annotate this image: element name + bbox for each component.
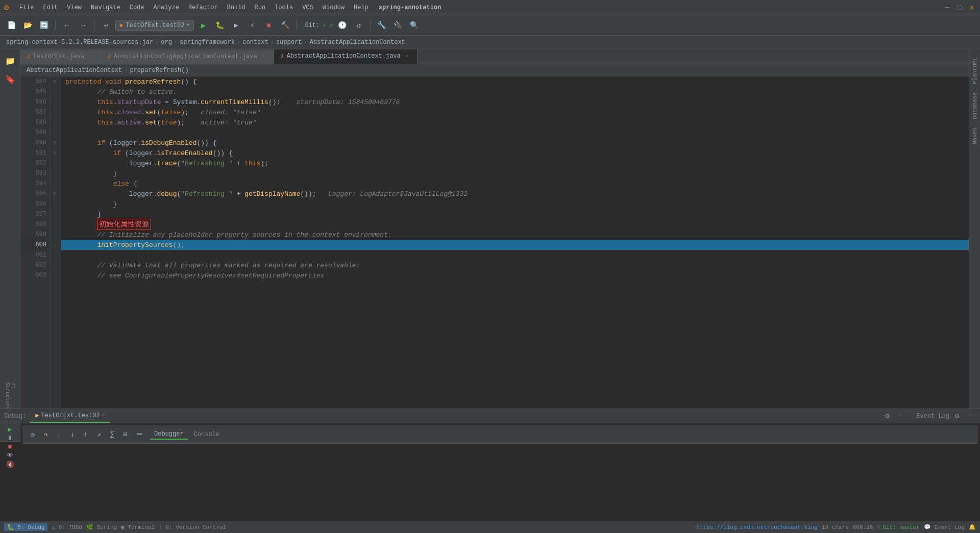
step-into-button[interactable]: ↓: [53, 428, 65, 441]
menu-edit[interactable]: Edit: [39, 3, 62, 12]
gutter-590: ▽: [51, 138, 58, 148]
menu-vcs[interactable]: VCS: [298, 3, 317, 12]
status-debug-btn[interactable]: 🐛 5: Debug: [4, 523, 47, 531]
right-tab-plantuml[interactable]: PlantUML: [970, 53, 979, 88]
status-chars[interactable]: 19 chars: [822, 524, 849, 530]
step-out-button[interactable]: ↑: [80, 428, 92, 441]
right-tab-database[interactable]: Database: [970, 88, 979, 123]
forward-button[interactable]: →: [76, 18, 90, 33]
code-593: }: [65, 170, 117, 177]
status-event-log-label: Event Log: [935, 524, 965, 530]
right-tab-maven[interactable]: Maven: [970, 123, 979, 148]
stop-debug-button[interactable]: ■: [4, 443, 16, 451]
status-spring-btn[interactable]: 🌿 Spring: [86, 524, 117, 530]
open-button[interactable]: 📂: [20, 18, 35, 33]
ln-597: 597: [20, 209, 51, 219]
status-notifications-btn[interactable]: 🔔: [969, 524, 976, 530]
show-execution-point-button[interactable]: ◎: [27, 428, 39, 441]
run-profile-button[interactable]: ⚡: [245, 18, 259, 33]
menu-help[interactable]: Help: [350, 3, 373, 12]
code-591-indent: [65, 149, 113, 157]
menu-analyze[interactable]: Analyze: [150, 3, 183, 12]
fn-trace: trace: [157, 160, 177, 167]
threads-button[interactable]: ⫘: [133, 428, 145, 441]
debug-settings-button[interactable]: ⚙: [881, 411, 893, 422]
breadcrumb-jar[interactable]: spring-context-5.2.2.RELEASE-sources.jar: [6, 39, 153, 46]
file-breadcrumb-class[interactable]: AbstractApplicationContext: [27, 67, 122, 74]
sync-button[interactable]: 🔄: [37, 18, 51, 33]
build-button[interactable]: 🔨: [278, 18, 292, 33]
code-586-prefix: [65, 98, 97, 106]
run-with-coverage-button[interactable]: ▶: [229, 18, 243, 33]
tab-annotationconfig[interactable]: J AnnotationConfigApplicationContext.jav…: [101, 49, 274, 64]
fn-getDisplayName: getDisplayName: [244, 190, 300, 198]
sidebar-structure-button[interactable]: 7: Structure: [4, 388, 17, 404]
stop-button[interactable]: ■: [261, 18, 276, 33]
code-editor[interactable]: 584 585 586 587 588 589 590 591 592 593 …: [20, 77, 969, 409]
debug-button[interactable]: 🐛: [212, 18, 227, 33]
history-button[interactable]: 🕐: [335, 18, 350, 33]
status-event-log-btn[interactable]: 💬 Event Log: [924, 524, 965, 530]
view-breakpoints-button[interactable]: 👁: [4, 452, 16, 460]
menu-file[interactable]: File: [15, 3, 38, 12]
tab-abstractapp[interactable]: J AbstractApplicationContext.java ×: [274, 49, 418, 64]
close-button[interactable]: ✕: [968, 4, 976, 12]
debugger-tab[interactable]: Debugger: [150, 429, 188, 440]
sidebar-bookmarks-button[interactable]: 🔖: [2, 71, 18, 88]
breadcrumb-support[interactable]: support: [276, 39, 302, 46]
breadcrumb-springframework[interactable]: springframework: [180, 39, 235, 46]
status-vcs-btn[interactable]: ↑ 9: Version Control: [159, 524, 226, 530]
debug-restore-button[interactable]: ─: [895, 411, 906, 422]
mute-breakpoints-button[interactable]: 🔇: [4, 461, 16, 469]
gutter-586: [51, 97, 58, 107]
frames-button[interactable]: ⊟: [119, 428, 132, 441]
inline-active: active: "true": [185, 119, 256, 126]
menu-refactor[interactable]: Refactor: [184, 3, 222, 12]
step-over-button[interactable]: ↷: [40, 428, 52, 441]
menu-navigate[interactable]: Navigate: [87, 3, 125, 12]
tab-testofext[interactable]: J TestOfExt.java ×: [20, 49, 101, 64]
run-to-cursor-button[interactable]: ↗: [93, 428, 105, 441]
code-line-584: protected void prepareRefresh() {: [61, 77, 969, 87]
revert-button[interactable]: ↺: [352, 18, 366, 33]
plugins-button[interactable]: 🔌: [391, 18, 405, 33]
status-position[interactable]: 600:28: [853, 524, 873, 530]
evaluate-expression-button[interactable]: ∑: [106, 428, 118, 441]
run-config-selector[interactable]: ▶ TestOfExt.test02 ▼: [115, 20, 194, 31]
menu-view[interactable]: View: [63, 3, 86, 12]
breadcrumb-class[interactable]: AbstractApplicationContext: [310, 39, 405, 46]
status-todo-btn[interactable]: ☑ 6: TODO: [52, 524, 82, 530]
breadcrumb-org[interactable]: org: [161, 39, 172, 46]
debug-tab-testofext[interactable]: ▶ TestOfExt.test02 ×: [30, 410, 110, 423]
console-tab[interactable]: Console: [190, 430, 224, 439]
pause-button[interactable]: ⏸: [4, 435, 16, 442]
sidebar-project-button[interactable]: 📁: [2, 53, 18, 69]
menu-build[interactable]: Build: [223, 3, 250, 12]
force-step-into-button[interactable]: ⇓: [66, 428, 79, 441]
menu-window[interactable]: Window: [318, 3, 349, 12]
run-button[interactable]: ▶: [196, 18, 210, 33]
minimize-button[interactable]: ─: [943, 4, 951, 12]
tab-close-2[interactable]: ×: [260, 53, 267, 60]
undo-button[interactable]: ↩: [99, 18, 113, 33]
status-terminal-btn[interactable]: ▣ Terminal: [121, 524, 155, 530]
event-log-minimize-button[interactable]: ─: [965, 411, 976, 422]
status-git-branch[interactable]: ⑂ Git: master: [877, 524, 920, 530]
settings-button[interactable]: 🔧: [375, 18, 389, 33]
back-button[interactable]: ←: [60, 18, 74, 33]
debug-tab-close[interactable]: ×: [102, 413, 105, 418]
search-everywhere-button[interactable]: 🔍: [407, 18, 422, 33]
tab-close-1[interactable]: ×: [87, 53, 94, 60]
resume-button[interactable]: ▶: [4, 425, 16, 434]
menu-code[interactable]: Code: [126, 3, 149, 12]
maximize-button[interactable]: □: [955, 4, 964, 12]
file-breadcrumb-method[interactable]: prepareRefresh(): [130, 67, 188, 74]
gutter-602: [51, 260, 58, 270]
str-refreshing2: "Refreshing ": [181, 190, 232, 198]
tab-close-3[interactable]: ×: [404, 53, 411, 60]
breadcrumb-context[interactable]: context: [242, 39, 268, 46]
menu-tools[interactable]: Tools: [271, 3, 297, 12]
menu-run[interactable]: Run: [251, 3, 270, 12]
new-file-button[interactable]: 📄: [4, 18, 18, 33]
event-log-settings-button[interactable]: ⚙: [951, 411, 963, 422]
